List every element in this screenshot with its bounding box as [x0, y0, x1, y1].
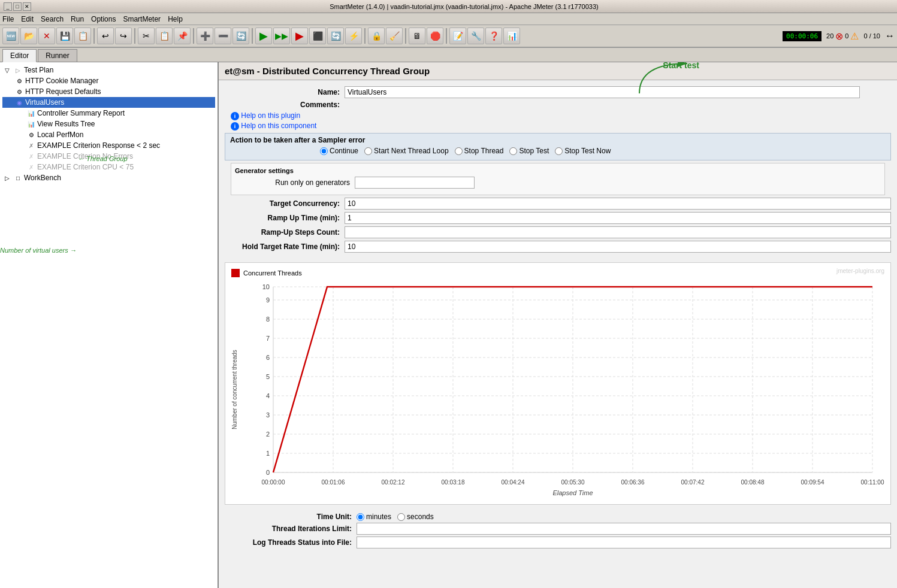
- collapse-btn[interactable]: ➖: [215, 28, 231, 44]
- tree-item-criterion-cpu[interactable]: ✗ EXAMPLE Criterion CPU < 75: [2, 162, 215, 172]
- ramp-steps-input[interactable]: [345, 226, 891, 238]
- time-unit-seconds[interactable]: seconds: [397, 513, 434, 521]
- window-controls[interactable]: _ □ ✕: [4, 2, 31, 11]
- tree-item-criterion-no-errors[interactable]: ✗ EXAMPLE Criterion No Errors: [2, 151, 215, 162]
- function-btn[interactable]: 🔧: [467, 28, 484, 44]
- radio-next-loop-input[interactable]: [364, 147, 372, 155]
- title-bar: _ □ ✕ SmartMeter (1.4.0) | vaadin-tutori…: [0, 0, 897, 13]
- sep6: [405, 28, 406, 44]
- tab-runner[interactable]: Runner: [38, 49, 77, 62]
- log-threads-label: Log Threads Status into File:: [225, 538, 357, 547]
- http-icon: ⚙: [14, 87, 24, 96]
- maximize-btn[interactable]: □: [13, 2, 22, 11]
- tree-item-controller-summary[interactable]: 📊 Controller Summary Report: [2, 108, 215, 119]
- menu-help[interactable]: Help: [168, 15, 183, 23]
- tree-item-workbench[interactable]: ▷ □ WorkBench: [2, 172, 215, 183]
- warning-number: 0: [845, 32, 848, 40]
- time-unit-row: Time Unit: minutes seconds: [225, 513, 891, 521]
- run-only-input[interactable]: [355, 177, 475, 189]
- menu-run[interactable]: Run: [71, 15, 84, 23]
- menu-options[interactable]: Options: [91, 15, 116, 23]
- ssl-btn[interactable]: 🔒: [368, 28, 385, 44]
- toggle-btn[interactable]: 🔄: [232, 28, 249, 44]
- saveas-btn[interactable]: 📋: [74, 28, 91, 44]
- error-icon: ⊗: [835, 31, 843, 42]
- radio-stop-test-now-input[interactable]: [555, 147, 563, 155]
- remote-start-btn[interactable]: ⚡: [345, 28, 362, 44]
- tree-label-test-plan: Test Plan: [24, 66, 53, 74]
- help-plugin-link[interactable]: Help on this plugin: [241, 111, 300, 120]
- thread-iterations-input[interactable]: [357, 523, 891, 535]
- tree-item-cookie[interactable]: ⚙ HTTP Cookie Manager: [2, 75, 215, 86]
- help-btn[interactable]: ❓: [485, 28, 502, 44]
- menu-search[interactable]: Search: [41, 15, 64, 23]
- comments-label: Comments:: [225, 101, 345, 109]
- tree-item-view-results[interactable]: 📊 View Results Tree: [2, 119, 215, 129]
- start-remote-btn[interactable]: ▶: [291, 28, 308, 44]
- menu-edit[interactable]: Edit: [21, 15, 34, 23]
- tree-item-local-perfmon[interactable]: ⚙ Local PerfMon: [2, 129, 215, 140]
- shutdown-btn[interactable]: 🔄: [327, 28, 344, 44]
- help-component-link[interactable]: Help on this component: [241, 122, 316, 130]
- radio-stop-thread-input[interactable]: [455, 147, 463, 155]
- close-btn2[interactable]: ✕: [38, 28, 55, 44]
- thread-iterations-row: Thread Iterations Limit:: [225, 523, 891, 535]
- template-btn[interactable]: 📝: [449, 28, 466, 44]
- time-unit-minutes[interactable]: minutes: [357, 513, 391, 521]
- save-btn[interactable]: 💾: [56, 28, 73, 44]
- svg-text:6: 6: [266, 354, 270, 361]
- thread-iterations-label: Thread Iterations Limit:: [225, 525, 357, 533]
- hold-target-label: Hold Target Rate Time (min):: [225, 243, 345, 251]
- cut-btn[interactable]: ✂: [138, 28, 155, 44]
- close-btn[interactable]: ✕: [23, 2, 31, 11]
- name-input[interactable]: [345, 86, 860, 98]
- ramp-up-input[interactable]: [345, 212, 891, 224]
- tree-item-criterion-response[interactable]: ✗ EXAMPLE Criterion Response < 2 sec: [2, 140, 215, 151]
- radio-stop-test[interactable]: Stop Test: [509, 147, 549, 155]
- virtual-users-icon: ◉: [14, 98, 24, 107]
- tree-item-http-defaults[interactable]: ⚙ HTTP Request Defaults: [2, 86, 215, 97]
- open-btn[interactable]: 📂: [20, 28, 37, 44]
- menu-bar: File Edit Search Run Options SmartMeter …: [0, 13, 897, 25]
- clear-btn[interactable]: 🧹: [386, 28, 403, 44]
- radio-stop-test-input[interactable]: [509, 147, 517, 155]
- menu-file[interactable]: File: [2, 15, 14, 23]
- criterion-response-icon: ✗: [26, 141, 36, 150]
- radio-stop-test-now[interactable]: Stop Test Now: [555, 147, 611, 155]
- expand-btn[interactable]: ➕: [197, 28, 213, 44]
- time-unit-minutes-input[interactable]: [357, 513, 364, 521]
- stop-remote-btn[interactable]: 🛑: [427, 28, 443, 44]
- tree-item-test-plan[interactable]: ▽ ▷ Test Plan: [2, 65, 215, 75]
- paste-btn[interactable]: 📌: [174, 28, 191, 44]
- radio-stop-thread[interactable]: Stop Thread: [455, 147, 504, 155]
- minimize-btn[interactable]: _: [4, 2, 12, 11]
- tree-item-virtual-users[interactable]: ◉ VirtualUsers: [2, 97, 215, 108]
- tree-label-criterion-cpu: EXAMPLE Criterion CPU < 75: [37, 163, 134, 171]
- radio-continue[interactable]: Continue: [320, 147, 358, 155]
- chart-btn[interactable]: 📊: [503, 28, 520, 44]
- tab-editor[interactable]: Editor: [2, 49, 37, 62]
- start-btn[interactable]: ▶: [255, 28, 272, 44]
- time-unit-seconds-input[interactable]: [397, 513, 405, 521]
- target-concurrency-input[interactable]: [345, 198, 891, 210]
- start-no-pause-btn[interactable]: ▶▶: [273, 28, 290, 44]
- run-only-label: Run only on generators: [235, 178, 355, 187]
- svg-text:9: 9: [266, 296, 270, 304]
- workbench-icon: □: [13, 173, 23, 183]
- radio-next-loop-label: Start Next Thread Loop: [374, 147, 449, 155]
- error-count: 20 ⊗ 0 ⚠: [826, 31, 859, 42]
- copy-btn[interactable]: 📋: [156, 28, 173, 44]
- run-remote-btn[interactable]: 🖥: [409, 28, 425, 44]
- radio-continue-input[interactable]: [320, 147, 328, 155]
- menu-smartmeter[interactable]: SmartMeter: [123, 15, 161, 23]
- redo-btn[interactable]: ↪: [115, 28, 132, 44]
- undo-btn[interactable]: ↩: [97, 28, 114, 44]
- stop-btn[interactable]: ⬛: [309, 28, 326, 44]
- radio-next-loop[interactable]: Start Next Thread Loop: [364, 147, 449, 155]
- log-threads-input[interactable]: [357, 537, 891, 548]
- new-btn[interactable]: 🆕: [2, 28, 19, 44]
- expand-right-icon[interactable]: ↔: [885, 31, 895, 41]
- hold-target-input[interactable]: [345, 241, 891, 253]
- tree-label-view-results: View Results Tree: [37, 120, 95, 128]
- tree-label-criterion-no-errors: EXAMPLE Criterion No Errors: [37, 152, 133, 160]
